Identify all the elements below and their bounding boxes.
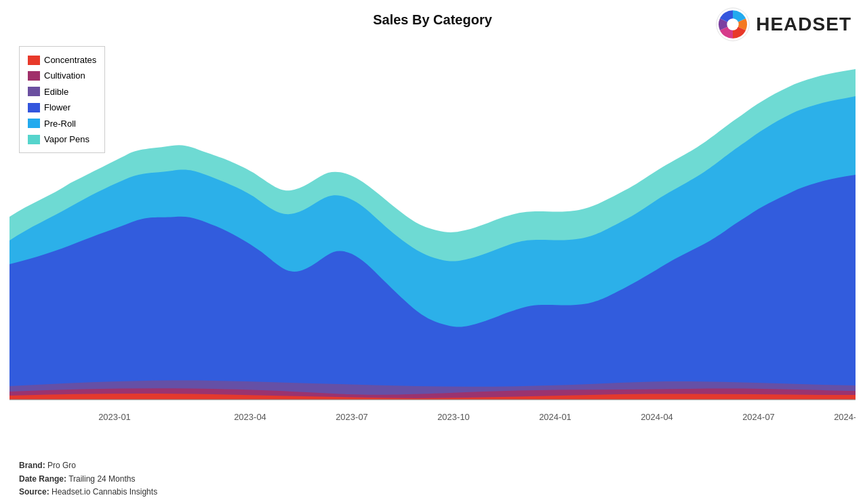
chart-footer: Brand: Pro Gro Date Range: Trailing 24 M… [19,459,157,499]
xaxis-label-2024-10: 2024-10 [834,412,856,422]
legend-color-vaporpens [28,135,40,144]
xaxis-label-2024-04: 2024-04 [641,412,673,422]
headset-logo-icon [715,7,750,42]
chart-legend: Concentrates Cultivation Edible Flower P… [19,46,105,153]
legend-item-preroll: Pre-Roll [28,116,96,131]
legend-item-edible: Edible [28,84,96,100]
brand-value: Pro Gro [47,461,76,470]
legend-color-flower [28,103,40,112]
legend-color-cultivation [28,71,40,81]
legend-label-preroll: Pre-Roll [44,116,76,131]
logo-text: HEADSET [756,14,851,35]
source-value: Headset.io Cannabis Insights [52,487,157,497]
xaxis-label-2023-01: 2023-01 [98,412,131,422]
legend-label-cultivation: Cultivation [44,68,85,83]
xaxis-label-2024-01: 2024-01 [539,412,571,422]
legend-color-concentrates [28,56,40,65]
legend-label-concentrates: Concentrates [44,52,96,68]
legend-item-cultivation: Cultivation [28,68,96,83]
date-range-label: Date Range: [19,474,66,484]
logo-area: HEADSET [715,7,851,42]
legend-item-vaporpens: Vapor Pens [28,131,96,147]
chart-container: Sales By Category HEADSET Concentrates [0,0,865,504]
xaxis-label-2023-04: 2023-04 [234,412,266,422]
source-label: Source: [19,487,49,497]
legend-color-edible [28,87,40,96]
legend-item-flower: Flower [28,100,96,115]
xaxis-label-2023-10: 2023-10 [437,412,470,422]
brand-label: Brand: [19,461,45,470]
legend-label-vaporpens: Vapor Pens [44,131,89,147]
xaxis-label-2024-07: 2024-07 [742,412,775,422]
legend-item-concentrates: Concentrates [28,52,96,68]
date-range-value: Trailing 24 Months [68,474,135,484]
legend-label-flower: Flower [44,100,71,115]
svg-point-1 [727,18,739,30]
legend-color-preroll [28,119,40,128]
area-chart-svg: 2023-01 2023-04 2023-07 2023-10 2024-01 … [9,41,856,434]
xaxis-label-2023-07: 2023-07 [336,412,368,422]
legend-label-edible: Edible [44,84,68,100]
